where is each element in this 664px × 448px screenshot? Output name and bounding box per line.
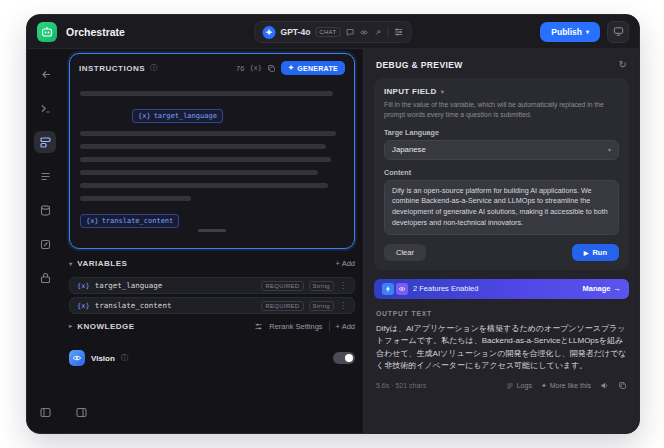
rerank-settings-icon bbox=[254, 322, 263, 331]
chevron-right-icon[interactable]: ▸ bbox=[69, 322, 72, 330]
features-bar: 2 Features Enabled Manage → bbox=[374, 279, 629, 299]
back-icon[interactable] bbox=[34, 63, 56, 85]
variable-tag-translate-content[interactable]: {x}translate_content bbox=[80, 214, 179, 228]
debug-preview-panel: DEBUG & PREVIEW ↻ INPUT FIELD ▾ Fill in … bbox=[363, 49, 639, 433]
prompt-editor[interactable]: {x}target_language {x}translate_content bbox=[70, 79, 354, 228]
info-icon: ⓘ bbox=[150, 63, 158, 73]
run-button[interactable]: ▶ Run bbox=[572, 244, 619, 261]
tools-icon bbox=[373, 28, 382, 37]
vision-title: Vision bbox=[91, 354, 115, 363]
variable-row[interactable]: {x} target_language REQUIRED String ⋮ bbox=[69, 277, 355, 294]
output-stats: 5.6s · 521 chars bbox=[376, 382, 426, 389]
variable-icon: {x} bbox=[77, 302, 90, 310]
content-label: Content bbox=[384, 168, 619, 177]
type-badge: String bbox=[309, 301, 334, 311]
skeleton-line bbox=[80, 91, 333, 96]
target-language-label: Targe Language bbox=[384, 128, 619, 137]
output-text-title: OUTPUT TEXT bbox=[376, 310, 627, 317]
required-badge: REQUIRED bbox=[261, 301, 303, 311]
variable-icon: {x} bbox=[77, 282, 90, 290]
generate-button[interactable]: ✦ GENERATE bbox=[281, 61, 345, 75]
text-to-speech-icon[interactable] bbox=[600, 381, 609, 390]
skeleton-line bbox=[80, 196, 191, 201]
sidebar-item-orchestrate[interactable] bbox=[34, 131, 56, 153]
manage-features-button[interactable]: Manage → bbox=[583, 284, 621, 293]
output-text: Difyは、AIアプリケーションを構築するためのオープンソースプラットフォームで… bbox=[376, 323, 627, 373]
feature-vision-icon bbox=[396, 283, 408, 295]
copy-icon[interactable] bbox=[618, 381, 627, 390]
annotation-icon[interactable] bbox=[34, 233, 56, 255]
play-icon: ▶ bbox=[584, 249, 589, 256]
refresh-icon[interactable]: ↻ bbox=[619, 59, 627, 70]
chevron-down-icon: ▾ bbox=[608, 146, 611, 153]
plugins-icon[interactable] bbox=[34, 267, 56, 289]
skeleton-line bbox=[80, 183, 328, 188]
feature-opening-icon bbox=[382, 283, 394, 295]
output-section: OUTPUT TEXT Difyは、AIアプリケーションを構築するためのオープン… bbox=[364, 299, 639, 391]
logs-button[interactable]: Logs bbox=[506, 382, 532, 390]
insert-variable-icon[interactable]: {x} bbox=[249, 64, 262, 72]
instructions-card[interactable]: INSTRUCTIONS ⓘ 76 {x} ✦ GENERATE {x}targ… bbox=[69, 53, 355, 249]
knowledge-title: KNOWLEDGE bbox=[77, 322, 134, 331]
variable-menu-icon[interactable]: ⋮ bbox=[339, 301, 347, 310]
target-language-select[interactable]: Japanese ▾ bbox=[384, 140, 619, 160]
logs-icon[interactable] bbox=[34, 165, 56, 187]
skeleton-line bbox=[80, 144, 326, 149]
vision-modality-icon bbox=[359, 28, 368, 37]
vision-icon bbox=[69, 350, 85, 366]
more-like-this-button[interactable]: ✦ More like this bbox=[541, 382, 591, 390]
app-logo-icon[interactable] bbox=[37, 22, 57, 42]
chat-bubble-icon bbox=[345, 28, 354, 37]
prompt-icon[interactable] bbox=[34, 97, 56, 119]
page-title: Orchestrate bbox=[66, 26, 125, 38]
skeleton-line bbox=[80, 131, 336, 136]
collapse-sidebar-icon[interactable] bbox=[34, 401, 56, 423]
content-textarea[interactable]: Dify is an open-source platform for buil… bbox=[384, 180, 619, 235]
info-icon: ⓘ bbox=[121, 353, 129, 363]
variable-name: translate_content bbox=[95, 301, 172, 310]
clear-button[interactable]: Clear bbox=[384, 244, 426, 261]
input-field-description: Fill in the value of the variable, which… bbox=[384, 100, 619, 120]
variable-row[interactable]: {x} translate_content REQUIRED String ⋮ bbox=[69, 297, 355, 314]
debug-preview-title: DEBUG & PREVIEW bbox=[376, 60, 463, 70]
required-badge: REQUIRED bbox=[261, 281, 303, 291]
publish-button[interactable]: Publish▾ bbox=[540, 22, 600, 42]
left-sidebar bbox=[27, 49, 63, 433]
input-field-title: INPUT FIELD bbox=[384, 87, 437, 96]
app-monitoring-icon[interactable] bbox=[607, 21, 629, 43]
skeleton-line bbox=[80, 170, 318, 175]
input-field-card: INPUT FIELD ▾ Fill in the value of the v… bbox=[374, 78, 629, 270]
model-provider-icon bbox=[263, 26, 276, 39]
variable-tag-target-language[interactable]: {x}target_language bbox=[132, 109, 223, 123]
char-count: 76 bbox=[236, 64, 244, 73]
variables-title: VARIABLES bbox=[77, 259, 127, 268]
chevron-down-icon: ▾ bbox=[586, 28, 589, 35]
model-params-icon[interactable] bbox=[393, 27, 403, 37]
instructions-title: INSTRUCTIONS bbox=[79, 64, 145, 73]
chevron-down-icon[interactable]: ▾ bbox=[441, 88, 444, 96]
sparkle-icon: ✦ bbox=[288, 64, 294, 72]
divider bbox=[387, 27, 388, 38]
model-name: GPT-4o bbox=[281, 27, 311, 37]
arrow-right-icon: → bbox=[614, 284, 622, 293]
sparkle-icon: ✦ bbox=[541, 382, 547, 390]
features-enabled-label: 2 Features Enabled bbox=[413, 284, 478, 293]
app-window: Orchestrate GPT-4o CHAT Publish▾ bbox=[26, 14, 640, 434]
collapse-panel-icon[interactable] bbox=[75, 405, 88, 423]
app-header: Orchestrate GPT-4o CHAT Publish▾ bbox=[27, 15, 639, 49]
dataset-icon[interactable] bbox=[34, 199, 56, 221]
variable-menu-icon[interactable]: ⋮ bbox=[339, 281, 347, 290]
add-variable-button[interactable]: + Add bbox=[336, 259, 355, 268]
orchestrate-panel: INSTRUCTIONS ⓘ 76 {x} ✦ GENERATE {x}targ… bbox=[63, 49, 363, 433]
resize-handle[interactable] bbox=[198, 229, 226, 232]
copy-icon[interactable] bbox=[267, 64, 276, 73]
model-selector[interactable]: GPT-4o CHAT bbox=[255, 21, 412, 43]
vision-toggle[interactable] bbox=[333, 352, 355, 364]
rerank-settings-button[interactable]: Rerank Settings bbox=[269, 322, 322, 331]
vision-feature-row: Vision ⓘ bbox=[69, 347, 355, 369]
chevron-down-icon[interactable]: ▾ bbox=[69, 260, 72, 268]
divider bbox=[329, 321, 330, 331]
add-knowledge-button[interactable]: + Add bbox=[336, 322, 355, 331]
model-mode-chip: CHAT bbox=[315, 27, 340, 37]
variable-name: target_language bbox=[95, 281, 163, 290]
